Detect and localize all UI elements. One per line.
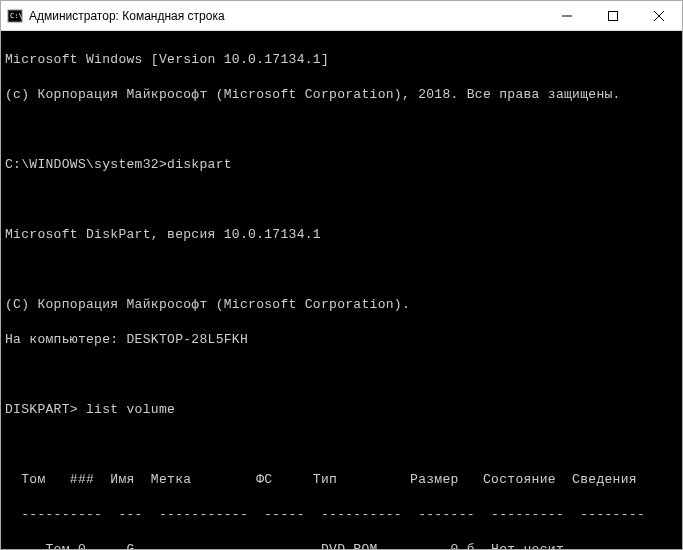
app-icon: C:\ [7, 8, 23, 24]
terminal-output[interactable]: Microsoft Windows [Version 10.0.17134.1]… [1, 31, 682, 549]
prompt-line: C:\WINDOWS\system32>diskpart [5, 156, 678, 174]
output-line: Microsoft Windows [Version 10.0.17134.1] [5, 51, 678, 69]
prompt-line: DISKPART> list volume [5, 401, 678, 419]
table-divider: ---------- --- ----------- ----- -------… [5, 506, 678, 524]
svg-text:C:\: C:\ [10, 12, 23, 20]
minimize-button[interactable] [544, 1, 590, 30]
output-line [5, 191, 678, 209]
maximize-button[interactable] [590, 1, 636, 30]
output-line [5, 436, 678, 454]
close-button[interactable] [636, 1, 682, 30]
window-title: Администратор: Командная строка [29, 9, 544, 23]
output-line: (c) Корпорация Майкрософт (Microsoft Cor… [5, 86, 678, 104]
table-header: Том ### Имя Метка ФС Тип Размер Состояни… [5, 471, 678, 489]
output-line [5, 261, 678, 279]
output-line [5, 366, 678, 384]
output-line: Microsoft DiskPart, версия 10.0.17134.1 [5, 226, 678, 244]
svg-rect-3 [609, 11, 618, 20]
titlebar: C:\ Администратор: Командная строка [1, 1, 682, 31]
output-line: На компьютере: DESKTOP-28L5FKH [5, 331, 678, 349]
output-line: (C) Корпорация Майкрософт (Microsoft Cor… [5, 296, 678, 314]
output-line [5, 121, 678, 139]
cmd-window: C:\ Администратор: Командная строка Micr… [0, 0, 683, 550]
window-controls [544, 1, 682, 30]
table-row: Том 0 G DVD-ROM 0 б Нет носит [5, 541, 678, 550]
